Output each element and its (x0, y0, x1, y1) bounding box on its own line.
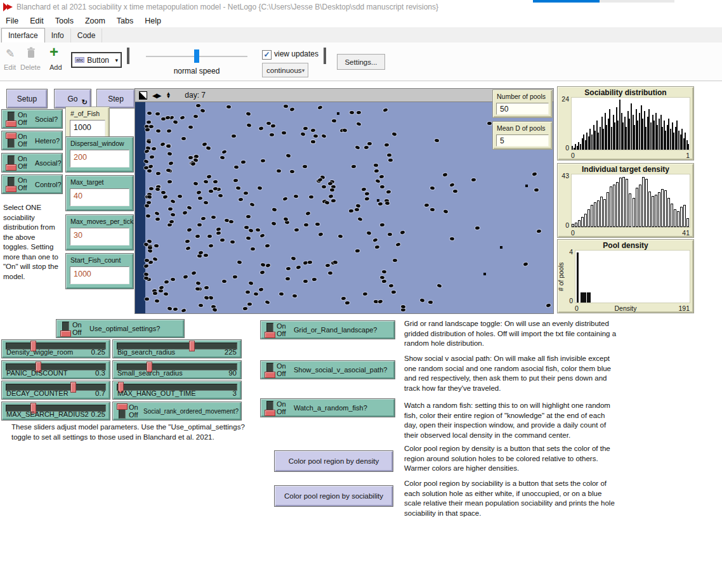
fish-dot (443, 209, 449, 214)
go-button[interactable]: Go ↻ (54, 89, 91, 108)
slider-small-search-radius[interactable]: Small_search_radius 90 (112, 360, 242, 379)
delete-trash-icon[interactable] (26, 47, 36, 59)
fish-dot (194, 181, 199, 186)
vertical-arrows-icon[interactable]: ▲▼ (166, 92, 171, 98)
switch-handle[interactable] (6, 121, 16, 127)
switch-handle[interactable] (6, 133, 16, 139)
fish-dot (187, 228, 192, 232)
monitor-label: Mean D of pools (497, 124, 545, 132)
fish-dot (387, 153, 391, 157)
color-pool-region-by-sociability-button[interactable]: Color pool region by sociability (274, 485, 393, 507)
fish-dot (253, 292, 258, 296)
switch-handle[interactable] (6, 164, 16, 171)
switch-track[interactable] (119, 404, 126, 419)
switch-track[interactable] (8, 177, 15, 192)
input-field[interactable]: 1000 (70, 266, 129, 284)
switch-track[interactable] (62, 322, 69, 336)
fish-dot (188, 155, 193, 159)
widget-type-dropdown[interactable]: abc Button ▾ (71, 52, 122, 68)
input-max-target[interactable]: Max_target 40 (65, 175, 134, 211)
step-button[interactable]: Step (96, 89, 135, 108)
fish-dot (309, 195, 313, 199)
switch-track[interactable] (8, 133, 15, 148)
switch-watch-a-random-fish[interactable]: On Off Watch_a_random_fish? (260, 398, 395, 417)
slider-handle[interactable] (70, 382, 76, 393)
menu-file[interactable]: File (0, 15, 24, 27)
resize-view-icon[interactable] (139, 91, 147, 100)
switch-handle[interactable] (265, 372, 275, 378)
switch-handle[interactable] (6, 186, 16, 192)
input-field[interactable]: 40 (70, 188, 129, 206)
input-dispersal-window[interactable]: Dispersal_window 200 (65, 136, 134, 173)
view-updates-checkbox[interactable]: ✓ (262, 50, 272, 60)
switch-track[interactable] (266, 363, 273, 377)
add-tool-label[interactable]: Add (49, 63, 62, 71)
color-pool-region-by-density-button[interactable]: Color pool region by density (274, 450, 393, 472)
switch-use-optimal-settings[interactable]: On Off Use_optimal_settings? (56, 319, 185, 338)
button-label: Color pool region by sociability (284, 492, 383, 500)
input-label: #_of_Fish (70, 110, 100, 117)
switch-social[interactable]: On Off Social? (1, 109, 63, 129)
fish-dot (291, 256, 296, 261)
slider-max-hang-out-time[interactable]: MAX_HANG_OUT_TIME 3 (112, 381, 242, 400)
tab-code[interactable]: Code (71, 29, 103, 42)
input-field[interactable]: 30 (70, 228, 129, 245)
slider-density-wiggle-room[interactable]: Density_wiggle_room 0.25 (1, 339, 110, 358)
slider-panic-discount[interactable]: PANIC_DISCOUNT 0.3 (1, 360, 110, 379)
fish-dot (449, 183, 454, 187)
menu-zoom[interactable]: Zoom (79, 15, 111, 27)
input-max-moves-per-tick[interactable]: Max_moves_per_tick 30 (65, 214, 134, 251)
switch-handle[interactable] (117, 403, 128, 410)
slider-handle[interactable] (189, 341, 195, 351)
fish-dot (384, 143, 390, 147)
switch-track[interactable] (266, 323, 273, 337)
tab-interface[interactable]: Interface (1, 28, 45, 43)
switch-handle[interactable] (60, 330, 71, 337)
fish-dot (206, 174, 211, 178)
menu-tools[interactable]: Tools (49, 15, 79, 27)
forever-icon: ↻ (82, 98, 88, 107)
update-mode-dropdown[interactable]: continuous ▾ (262, 63, 308, 77)
world-view[interactable] (135, 102, 554, 314)
edit-pencil-icon[interactable]: ✎ (6, 47, 15, 60)
switch-show-social-v-asocial-path[interactable]: On Off Show_social_v_asocial_path? (260, 360, 395, 379)
menu-help[interactable]: Help (139, 15, 167, 27)
switch-control[interactable]: On Off Control? (1, 174, 63, 194)
speed-slider-handle[interactable] (194, 49, 199, 63)
switch-asocial[interactable]: On Off Asocial? (1, 153, 63, 173)
fish-dot (167, 306, 173, 310)
slider-max-search-radius2[interactable]: MAX_SEARCH_RADIUS2 0.25 (1, 402, 110, 421)
fish-dot (167, 152, 173, 156)
slider-decay-counter[interactable]: DECAY_COUNTER 0.7 (1, 381, 110, 400)
input-field[interactable]: 200 (70, 150, 129, 167)
switch-handle[interactable] (265, 332, 275, 338)
slider-big-search-radius[interactable]: Big_search_radius 225 (112, 339, 242, 358)
input-start-fish-count[interactable]: Start_Fish_count 1000 (65, 253, 134, 289)
horizontal-arrows-icon[interactable]: ◀▶ (152, 92, 161, 99)
edit-tool-label[interactable]: Edit (4, 63, 16, 71)
fish-dot (147, 249, 152, 254)
menu-tabs[interactable]: Tabs (111, 15, 139, 27)
toolbar-separator (127, 48, 129, 64)
switch-track[interactable] (266, 401, 273, 415)
switch-grid-or-rand-landscape[interactable]: On Off Grid_or_Rand_landscape? (260, 320, 395, 339)
fish-dot (173, 120, 178, 124)
settings-button[interactable]: Settings... (337, 54, 385, 70)
menu-edit[interactable]: Edit (24, 15, 49, 27)
switch-track[interactable] (8, 155, 15, 170)
setup-button[interactable]: Setup (6, 89, 48, 108)
input-field[interactable]: 1000 (70, 120, 105, 138)
fish-dot (260, 271, 265, 275)
switch-handle[interactable] (265, 410, 275, 416)
tab-info[interactable]: Info (45, 29, 71, 42)
switch-track[interactable] (8, 112, 15, 126)
fish-dot (144, 272, 149, 277)
fish-dot (187, 206, 192, 210)
switch-social-rank-ordered-movement[interactable]: On Off Social_rank_ordered_movement? (112, 402, 242, 421)
fish-dot (243, 307, 247, 310)
slider-label: PANIC_DISCOUNT (6, 369, 67, 377)
add-plus-icon[interactable]: + (49, 43, 58, 61)
select-one-note: Select ONE sociability distribution from… (3, 203, 62, 282)
switch-hetero[interactable]: On Off Hetero? (1, 131, 63, 150)
view-updates-label[interactable]: view updates (274, 49, 318, 58)
